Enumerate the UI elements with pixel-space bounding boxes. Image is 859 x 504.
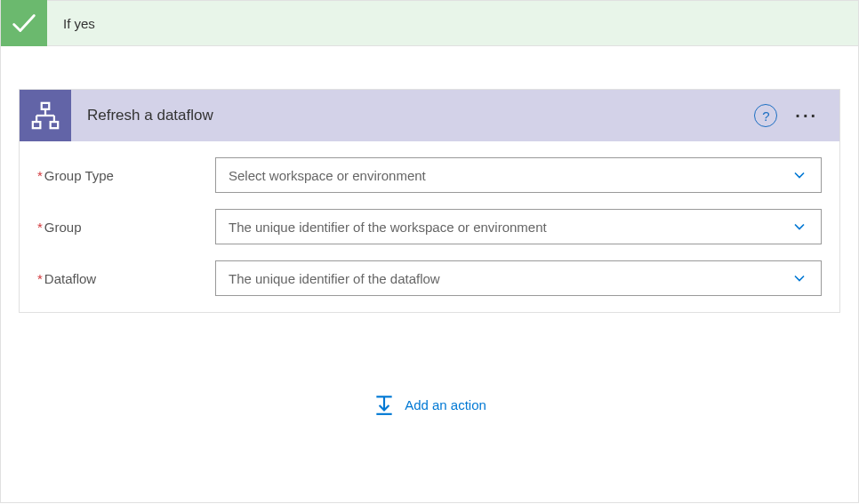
checkmark-icon [1, 0, 47, 46]
field-label: *Group [37, 220, 215, 235]
add-action-button[interactable]: Add an action [19, 393, 840, 416]
select-placeholder: The unique identifier of the workspace o… [229, 220, 547, 235]
chevron-down-icon [791, 166, 808, 184]
more-options-icon[interactable]: ··· [795, 106, 818, 126]
add-action-label: Add an action [405, 397, 486, 412]
field-label: *Dataflow [37, 271, 215, 286]
action-card: Refresh a dataflow ? ··· *Group Type Sel… [19, 89, 840, 313]
select-placeholder: The unique identifier of the dataflow [229, 271, 440, 286]
help-icon[interactable]: ? [754, 104, 777, 127]
field-label: *Group Type [37, 168, 215, 183]
add-action-icon [373, 393, 396, 416]
condition-header[interactable]: If yes [0, 0, 859, 46]
group-select[interactable]: The unique identifier of the workspace o… [215, 209, 822, 244]
action-header[interactable]: Refresh a dataflow ? ··· [20, 90, 839, 141]
field-row-group-type: *Group Type Select workspace or environm… [37, 157, 822, 193]
dataflow-icon [20, 90, 71, 141]
chevron-down-icon [791, 269, 808, 287]
group-type-select[interactable]: Select workspace or environment [215, 157, 822, 193]
field-row-dataflow: *Dataflow The unique identifier of the d… [37, 260, 822, 296]
field-row-group: *Group The unique identifier of the work… [37, 209, 822, 244]
dataflow-select[interactable]: The unique identifier of the dataflow [215, 260, 822, 296]
action-body: *Group Type Select workspace or environm… [20, 141, 839, 312]
chevron-down-icon [791, 218, 808, 236]
svg-rect-1 [33, 122, 41, 128]
action-title: Refresh a dataflow [87, 107, 754, 124]
svg-rect-0 [42, 103, 50, 109]
select-placeholder: Select workspace or environment [229, 168, 426, 183]
svg-rect-2 [51, 122, 59, 128]
condition-title: If yes [63, 16, 95, 31]
condition-body: Refresh a dataflow ? ··· *Group Type Sel… [0, 46, 859, 503]
